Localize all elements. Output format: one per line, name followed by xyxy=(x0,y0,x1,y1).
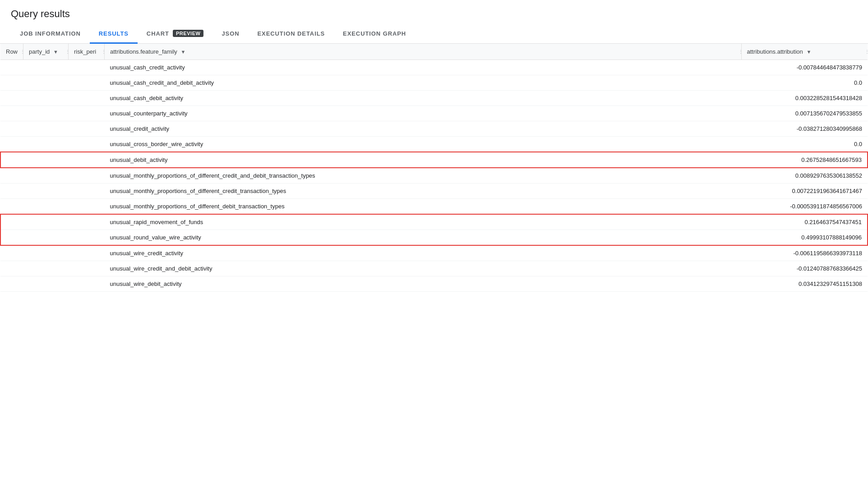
cell-row-number xyxy=(0,261,23,276)
cell-row-number xyxy=(0,214,23,230)
cell-party-id xyxy=(23,60,69,75)
cell-row-number xyxy=(0,168,23,184)
cell-row-number xyxy=(0,245,23,261)
col-header-party-id: party_id ▼ ⋮ xyxy=(23,44,69,60)
tab-chart-label: CHART xyxy=(147,30,169,37)
attribution-label: attributions.attribution xyxy=(747,48,803,55)
col-resize-risk[interactable]: ⋮ xyxy=(102,48,104,55)
table-row: unusual_wire_debit_activity0.03412329745… xyxy=(0,276,868,292)
cell-risk xyxy=(69,137,105,152)
cell-party-id xyxy=(23,276,69,292)
cell-risk xyxy=(69,152,105,168)
cell-party-id xyxy=(23,75,69,91)
tab-results[interactable]: RESULTS xyxy=(90,25,138,44)
cell-attribution: -0.038271280340995868 xyxy=(741,121,868,137)
cell-row-number xyxy=(0,137,23,152)
col-resize-party[interactable]: ⋮ xyxy=(65,48,68,55)
col-header-row: Row ⋮ xyxy=(0,44,23,60)
table-row: unusual_cross_border_wire_activity0.0 xyxy=(0,137,868,152)
cell-feature-family: unusual_debit_activity xyxy=(105,152,741,168)
cell-row-number xyxy=(0,276,23,292)
risk-label: risk_peri xyxy=(74,48,96,55)
row-label: Row xyxy=(6,48,18,55)
cell-feature-family: unusual_counterparty_activity xyxy=(105,106,741,121)
cell-row-number xyxy=(0,106,23,121)
cell-risk xyxy=(69,91,105,106)
page-title: Query results xyxy=(0,0,868,24)
table-row: unusual_monthly_proportions_of_different… xyxy=(0,184,868,199)
cell-party-id xyxy=(23,168,69,184)
cell-attribution: -0.006119586639397311​8 xyxy=(741,245,868,261)
cell-attribution: 0.008929763530613855​2 xyxy=(741,168,868,184)
feature-family-label: attributions.feature_family xyxy=(110,48,177,55)
cell-attribution: 0.003228528154431842​8 xyxy=(741,91,868,106)
cell-feature-family: unusual_cross_border_wire_activity xyxy=(105,137,741,152)
tab-execution-graph[interactable]: EXECUTION GRAPH xyxy=(334,25,415,44)
cell-risk xyxy=(69,214,105,230)
tab-execution-details[interactable]: EXECUTION DETAILS xyxy=(249,25,334,44)
cell-party-id xyxy=(23,121,69,137)
cell-party-id xyxy=(23,91,69,106)
cell-attribution: 0.0 xyxy=(741,137,868,152)
cell-risk xyxy=(69,121,105,137)
table-header-row: Row ⋮ party_id ▼ ⋮ risk_peri ⋮ attributi… xyxy=(0,44,868,60)
cell-risk xyxy=(69,60,105,75)
table-row: unusual_cash_credit_and_debit_activity0.… xyxy=(0,75,868,91)
cell-risk xyxy=(69,261,105,276)
col-resize-attribution[interactable]: ⋮ xyxy=(865,48,868,55)
table-row: unusual_debit_activity0.2675284865166759… xyxy=(0,152,868,168)
tab-job-information[interactable]: JOB INFORMATION xyxy=(11,25,90,44)
cell-party-id xyxy=(23,184,69,199)
cell-attribution: -0.000539118748565670​06 xyxy=(741,199,868,215)
cell-row-number xyxy=(0,199,23,215)
cell-row-number xyxy=(0,230,23,246)
cell-feature-family: unusual_monthly_proportions_of_different… xyxy=(105,184,741,199)
tab-json[interactable]: JSON xyxy=(212,25,248,44)
cell-attribution: 0.007221919636416714​67 xyxy=(741,184,868,199)
cell-risk xyxy=(69,75,105,91)
cell-risk xyxy=(69,276,105,292)
col-resize-feature[interactable]: ⋮ xyxy=(739,48,741,55)
cell-risk xyxy=(69,199,105,215)
results-table-container: Row ⋮ party_id ▼ ⋮ risk_peri ⋮ attributi… xyxy=(0,44,868,292)
table-row: unusual_wire_credit_activity-0.006119586… xyxy=(0,245,868,261)
cell-feature-family: unusual_cash_debit_activity xyxy=(105,91,741,106)
cell-party-id xyxy=(23,152,69,168)
cell-feature-family: unusual_monthly_proportions_of_different… xyxy=(105,168,741,184)
sort-icon-party[interactable]: ▼ xyxy=(53,49,58,55)
tab-chart-preview[interactable]: CHART PREVIEW xyxy=(138,24,213,44)
col-header-feature-family: attributions.feature_family ▼ ⋮ xyxy=(105,44,741,60)
table-row: unusual_round_value_wire_activity0.49993… xyxy=(0,230,868,246)
sort-icon-attribution[interactable]: ▼ xyxy=(806,49,811,55)
cell-attribution: 0.034123297451151308 xyxy=(741,276,868,292)
cell-feature-family: unusual_rapid_movement_of_funds xyxy=(105,214,741,230)
cell-risk xyxy=(69,230,105,246)
cell-feature-family: unusual_round_value_wire_activity xyxy=(105,230,741,246)
cell-row-number xyxy=(0,184,23,199)
cell-risk xyxy=(69,245,105,261)
cell-attribution: 0.21646375474374​51 xyxy=(741,214,868,230)
cell-feature-family: unusual_cash_credit_activity xyxy=(105,60,741,75)
cell-row-number xyxy=(0,91,23,106)
cell-attribution: -0.007844648473838779 xyxy=(741,60,868,75)
sort-icon-feature[interactable]: ▼ xyxy=(181,49,186,55)
cell-attribution: 0.26752848651667593 xyxy=(741,152,868,168)
cell-feature-family: unusual_credit_activity xyxy=(105,121,741,137)
cell-feature-family: unusual_wire_credit_and_debit_activity xyxy=(105,261,741,276)
table-row: unusual_rapid_movement_of_funds0.2164637… xyxy=(0,214,868,230)
cell-party-id xyxy=(23,261,69,276)
table-row: unusual_cash_debit_activity0.00322852815… xyxy=(0,91,868,106)
col-resize-row[interactable]: ⋮ xyxy=(20,48,23,55)
col-header-risk: risk_peri ⋮ xyxy=(69,44,105,60)
cell-row-number xyxy=(0,121,23,137)
cell-party-id xyxy=(23,245,69,261)
cell-risk xyxy=(69,106,105,121)
cell-feature-family: unusual_monthly_proportions_of_different… xyxy=(105,199,741,215)
cell-feature-family: unusual_cash_credit_and_debit_activity xyxy=(105,75,741,91)
cell-attribution: -0.012407887683366425 xyxy=(741,261,868,276)
party-id-label: party_id xyxy=(29,48,50,55)
table-row: unusual_monthly_proportions_of_different… xyxy=(0,168,868,184)
table-row: unusual_wire_credit_and_debit_activity-0… xyxy=(0,261,868,276)
cell-party-id xyxy=(23,214,69,230)
results-table: Row ⋮ party_id ▼ ⋮ risk_peri ⋮ attributi… xyxy=(0,44,868,292)
